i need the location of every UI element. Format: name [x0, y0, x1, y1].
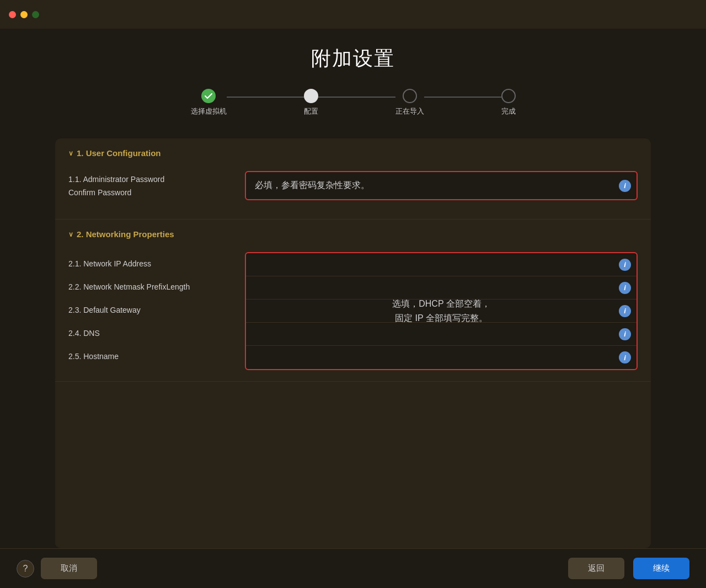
minimize-button[interactable]	[20, 11, 28, 18]
titlebar	[0, 0, 706, 29]
network-input-group: 选填，DHCP 全部空着，固定 IP 全部填写完整。 i i i	[245, 252, 638, 370]
network-netmask-info-icon[interactable]: i	[619, 282, 631, 294]
network-dns-label: 2.4. DNS	[68, 322, 234, 345]
network-dns-input[interactable]	[254, 330, 631, 339]
networking-form: 2.1. Network IP Address 2.2. Network Net…	[68, 252, 638, 370]
password-input-group: 必填，参看密码复杂性要求。 i	[245, 171, 638, 200]
page-title: 附加设置	[311, 45, 395, 72]
stepper: 选择虚拟机 配置 正在导入 完成	[160, 89, 546, 116]
password-info-icon[interactable]: i	[619, 180, 631, 192]
network-ip-info-icon[interactable]: i	[619, 259, 631, 271]
network-netmask-label: 2.2. Network Netmask PrefixLength	[68, 275, 234, 298]
footer: ? 取消 返回 继续	[0, 548, 706, 588]
footer-left: ? 取消	[17, 558, 97, 579]
network-ip-row: i	[246, 253, 637, 276]
back-button[interactable]: 返回	[568, 558, 624, 579]
step-circle-4	[501, 89, 516, 103]
network-gateway-row: i	[246, 300, 637, 323]
user-config-title: 1. User Configuration	[77, 148, 161, 158]
networking-body: 2.1. Network IP Address 2.2. Network Net…	[55, 247, 651, 381]
network-ip-input[interactable]	[254, 260, 631, 269]
step-circle-2	[304, 89, 318, 103]
network-dns-info-icon[interactable]: i	[619, 328, 631, 340]
networking-labels: 2.1. Network IP Address 2.2. Network Net…	[68, 252, 234, 370]
footer-right: 返回 继续	[568, 558, 689, 579]
networking-title: 2. Networking Properties	[77, 229, 174, 239]
step-circle-1	[201, 89, 216, 103]
password-hint-text: 必填，参看密码复杂性要求。	[255, 180, 370, 190]
chevron-down-icon-2: ∨	[68, 231, 73, 238]
step-select-vm: 选择虚拟机	[191, 89, 227, 116]
step-circle-3	[403, 89, 417, 103]
network-netmask-row: i	[246, 276, 637, 300]
main-panel: ∨ 1. User Configuration 1.1. Administrat…	[55, 138, 651, 548]
password-box[interactable]: 必填，参看密码复杂性要求。 i	[245, 171, 638, 200]
password-row: 1.1. Administrator Password Confirm Pass…	[68, 171, 638, 200]
network-netmask-input[interactable]	[254, 284, 631, 292]
user-config-body: 1.1. Administrator Password Confirm Pass…	[55, 165, 651, 219]
help-button[interactable]: ?	[17, 560, 34, 578]
step-configure: 配置	[304, 89, 318, 116]
networking-section: ∨ 2. Networking Properties 2.1. Network …	[55, 220, 651, 382]
step-complete: 完成	[501, 89, 516, 116]
network-gateway-label: 2.3. Default Gateway	[68, 298, 234, 322]
admin-password-label: 1.1. Administrator Password	[68, 175, 234, 184]
network-hostname-info-icon[interactable]: i	[619, 351, 631, 364]
content-wrapper: ∨ 1. User Configuration 1.1. Administrat…	[0, 138, 706, 548]
step-line-3	[424, 97, 501, 98]
user-config-section: ∨ 1. User Configuration 1.1. Administrat…	[55, 138, 651, 220]
network-hostname-input[interactable]	[254, 353, 631, 362]
confirm-password-label: Confirm Password	[68, 188, 234, 197]
maximize-button[interactable]	[32, 11, 39, 18]
network-hostname-label: 2.5. Hostname	[68, 345, 234, 368]
traffic-lights	[9, 11, 39, 18]
network-gateway-input[interactable]	[254, 307, 631, 316]
password-labels: 1.1. Administrator Password Confirm Pass…	[68, 175, 234, 197]
chevron-down-icon: ∨	[68, 149, 73, 157]
cancel-button[interactable]: 取消	[41, 558, 97, 579]
network-hostname-row: i	[246, 346, 637, 369]
step-line-1	[227, 97, 304, 98]
step-importing: 正在导入	[395, 89, 424, 116]
step-line-2	[318, 97, 395, 98]
network-ip-label: 2.1. Network IP Address	[68, 252, 234, 275]
close-button[interactable]	[9, 11, 16, 18]
continue-button[interactable]: 继续	[633, 558, 689, 579]
network-gateway-info-icon[interactable]: i	[619, 305, 631, 317]
networking-header[interactable]: ∨ 2. Networking Properties	[55, 220, 651, 247]
user-config-header[interactable]: ∨ 1. User Configuration	[55, 138, 651, 165]
network-dns-row: i	[246, 323, 637, 346]
